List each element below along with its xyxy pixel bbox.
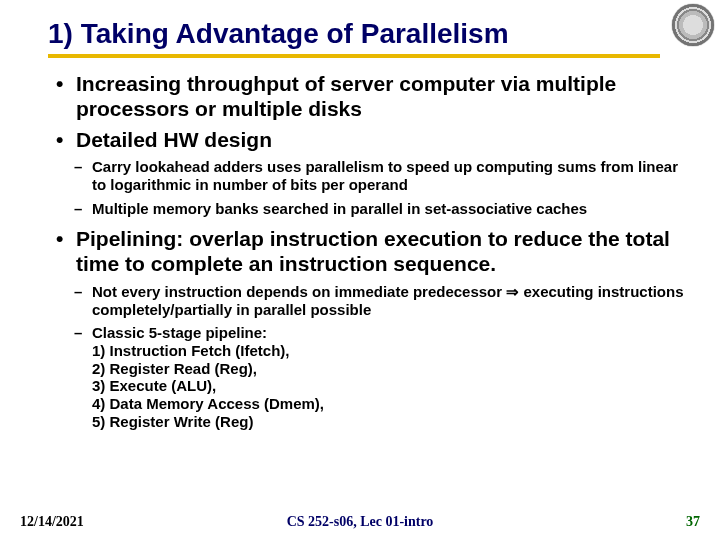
- text: Not every instruction depends on immedia…: [92, 283, 506, 300]
- footer-page-number: 37: [686, 514, 700, 530]
- bullet-item: Pipelining: overlap instruction executio…: [76, 227, 684, 277]
- sub-bullet-item: Not every instruction depends on immedia…: [92, 283, 684, 318]
- sub-bullet-item: Multiple memory banks searched in parall…: [92, 200, 684, 218]
- sub-bullet-item: Classic 5-stage pipeline: 1) Instruction…: [92, 324, 684, 430]
- implies-icon: ⇒: [506, 283, 519, 300]
- seal-logo: [672, 4, 714, 46]
- bullet-item: Detailed HW design: [76, 128, 684, 153]
- text: 1) Instruction Fetch (Ifetch),: [92, 342, 290, 359]
- title-underline: [48, 54, 660, 58]
- text: Classic 5-stage pipeline:: [92, 324, 267, 341]
- footer: 12/14/2021 CS 252-s06, Lec 01-intro 37: [0, 512, 720, 530]
- bullet-item: Increasing throughput of server computer…: [76, 72, 684, 122]
- slide: 1) Taking Advantage of Parallelism Incre…: [0, 0, 720, 540]
- sub-bullet-list: Carry lookahead adders uses parallelism …: [48, 158, 684, 217]
- text: 5) Register Write (Reg): [92, 413, 253, 430]
- sub-bullet-item: Carry lookahead adders uses parallelism …: [92, 158, 684, 193]
- slide-title: 1) Taking Advantage of Parallelism: [48, 18, 684, 50]
- bullet-list: Pipelining: overlap instruction executio…: [48, 227, 684, 277]
- footer-center: CS 252-s06, Lec 01-intro: [0, 514, 720, 530]
- text: 2) Register Read (Reg),: [92, 360, 257, 377]
- text: 4) Data Memory Access (Dmem),: [92, 395, 324, 412]
- text: 3) Execute (ALU),: [92, 377, 216, 394]
- bullet-list: Increasing throughput of server computer…: [48, 72, 684, 152]
- sub-bullet-list: Not every instruction depends on immedia…: [48, 283, 684, 431]
